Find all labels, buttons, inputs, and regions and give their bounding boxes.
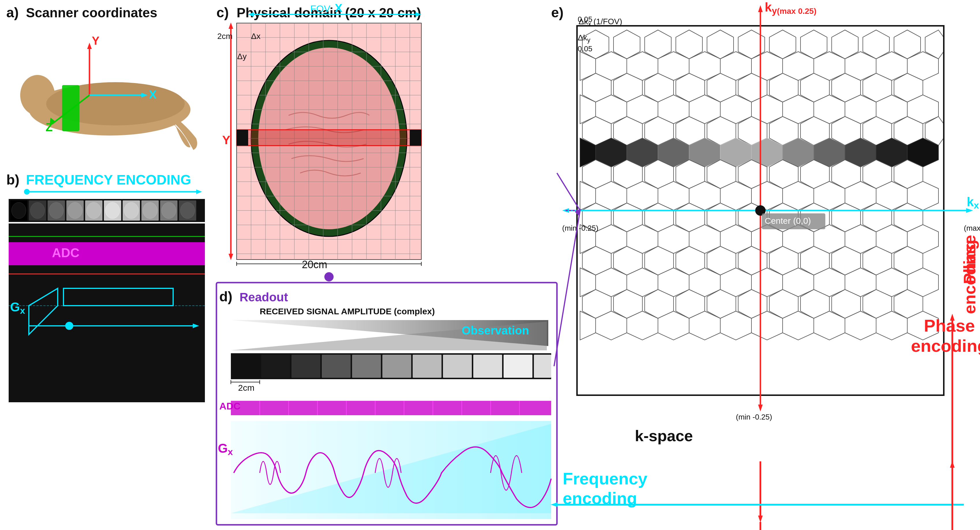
delta-x: Δx <box>251 32 261 41</box>
svg-marker-290 <box>758 405 763 411</box>
panel-d-title: Readout <box>240 290 288 304</box>
panel-c-label: c) <box>216 5 229 20</box>
svg-point-41 <box>65 322 73 330</box>
signal-amplitude-title: RECEIVED SIGNAL AMPLITUDE (complex) <box>260 306 435 316</box>
svg-point-30 <box>124 202 138 219</box>
svg-rect-101 <box>534 355 551 378</box>
d-margin-2cm: 2cm <box>238 383 255 392</box>
svg-rect-97 <box>413 355 442 378</box>
svg-rect-94 <box>322 355 351 378</box>
svg-point-24 <box>11 202 26 219</box>
svg-marker-5 <box>87 43 92 49</box>
svg-point-25 <box>30 202 45 219</box>
fov-label: FOV <box>310 3 331 14</box>
svg-rect-36 <box>9 242 205 265</box>
svg-rect-100 <box>504 355 533 378</box>
svg-point-31 <box>143 202 157 219</box>
svg-rect-91 <box>231 355 260 378</box>
svg-rect-96 <box>382 355 411 378</box>
svg-rect-95 <box>352 355 381 378</box>
svg-marker-289 <box>758 5 763 12</box>
axis-x-label: X <box>149 88 157 101</box>
svg-rect-105 <box>231 401 551 415</box>
phase-enc-text: Phase <box>924 316 975 335</box>
panel-e-label: e) <box>551 5 563 20</box>
svg-rect-3 <box>62 85 80 131</box>
svg-rect-93 <box>291 355 320 378</box>
svg-point-27 <box>68 202 82 219</box>
kx-max-label: (max 0.25) <box>964 224 980 232</box>
svg-marker-81 <box>229 22 233 29</box>
ky-min-label: (min -0.25) <box>736 413 772 421</box>
observation-label: Observation <box>462 324 529 337</box>
panel-a-label: a) <box>6 5 19 20</box>
svg-marker-299 <box>758 516 763 522</box>
svg-marker-11 <box>196 189 202 194</box>
width-20cm: 20cm <box>302 259 327 270</box>
panel-b-title: FREQUENCY ENCODING <box>26 172 191 187</box>
svg-marker-292 <box>966 208 973 213</box>
svg-point-28 <box>87 202 101 219</box>
svg-rect-73 <box>237 130 421 146</box>
svg-rect-92 <box>261 355 290 378</box>
svg-rect-117 <box>231 421 551 519</box>
svg-rect-76 <box>410 130 421 146</box>
svg-point-26 <box>49 202 64 219</box>
kx-min-label: (min -0.25) <box>562 224 598 232</box>
val-005-y: 0.05 <box>578 44 592 53</box>
phase-enc-text2: encoding <box>911 336 980 355</box>
y-axis-label: Y <box>222 133 230 147</box>
svg-point-12 <box>24 189 30 195</box>
x-axis-label: X <box>335 2 342 14</box>
panel-b-label: b) <box>6 172 19 187</box>
svg-line-307 <box>554 211 580 366</box>
center-label: Center (0,0) <box>765 216 811 225</box>
svg-rect-98 <box>443 355 472 378</box>
svg-point-33 <box>180 202 195 219</box>
panel-a-title: Scanner coordinates <box>26 5 157 20</box>
svg-point-32 <box>162 202 176 219</box>
svg-point-29 <box>105 202 120 219</box>
svg-marker-304 <box>950 461 955 468</box>
panel-d-label: d) <box>219 289 232 304</box>
val-005-x: 0.05 <box>578 15 592 24</box>
panel-b-adc-label: ADC <box>52 246 80 260</box>
axis-z-label: Z <box>46 121 52 133</box>
svg-rect-75 <box>237 130 248 146</box>
kx-label: kx <box>967 195 979 211</box>
ky-label: ky(max 0.25) <box>765 0 816 16</box>
kspace-title: k-space <box>635 427 693 444</box>
phase-encoding-label2: encoding <box>960 240 979 314</box>
svg-rect-99 <box>473 355 502 378</box>
svg-point-86 <box>325 272 334 281</box>
freq-enc-text: Frequency <box>563 469 647 488</box>
margin-2cm: 2cm <box>217 32 232 41</box>
svg-marker-82 <box>229 254 233 260</box>
axis-y-label: Y <box>92 34 100 47</box>
delta-y: Δy <box>237 52 247 61</box>
